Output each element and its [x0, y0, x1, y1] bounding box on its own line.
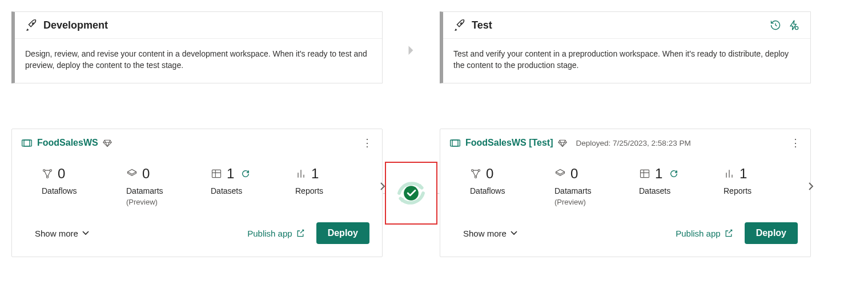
metric-label: Reports [724, 186, 775, 195]
show-more-label: Show more [463, 229, 507, 238]
more-icon[interactable]: ⋮ [361, 137, 373, 149]
svg-rect-10 [451, 140, 460, 146]
workspace-card-dev: FoodSalesWS ⋮ 0 Dataflows [11, 129, 383, 257]
metric-datasets: 1 Datasets [211, 166, 262, 195]
rocket-icon [453, 19, 466, 31]
chevron-right-icon[interactable] [808, 182, 814, 191]
metric-label: Datamarts [554, 186, 606, 195]
metric-reports: 1 Reports [724, 166, 775, 195]
stage-title: Development [43, 19, 372, 31]
stage-header-development: Development Design, review, and revise y… [11, 11, 383, 83]
metric-reports: 1 Reports [295, 166, 347, 195]
stage-description: Test and verify your content in a prepro… [443, 39, 810, 83]
svg-point-14 [475, 176, 476, 178]
metric-label: Datasets [211, 186, 262, 195]
svg-rect-3 [22, 140, 32, 146]
stage-description: Design, review, and revise your content … [15, 39, 382, 83]
metric-value: 1 [740, 166, 747, 182]
svg-point-1 [461, 23, 462, 24]
svg-point-12 [472, 170, 473, 171]
open-new-window-icon [296, 229, 305, 238]
metric-label: Datasets [639, 186, 690, 195]
metric-datamarts: 0 Datamarts (Preview) [554, 166, 606, 206]
datamart-icon [554, 168, 566, 179]
open-new-window-icon [724, 229, 733, 238]
svg-point-5 [43, 170, 45, 171]
dataflow-icon [470, 168, 481, 179]
svg-point-9 [404, 186, 419, 201]
workspace-name[interactable]: FoodSalesWS [37, 138, 98, 148]
show-more-button[interactable]: Show more [35, 229, 90, 238]
metric-label: Reports [295, 186, 347, 195]
svg-rect-15 [641, 170, 649, 177]
workspace-icon [449, 138, 461, 147]
publish-app-label: Publish app [676, 229, 720, 238]
show-more-button[interactable]: Show more [463, 229, 518, 238]
stage-header-test: Test Test and verify your content in a p… [440, 11, 811, 83]
svg-rect-4 [24, 140, 30, 146]
dataset-icon [639, 168, 650, 179]
diamond-icon [103, 138, 112, 147]
metric-dataflows: 0 Dataflows [470, 166, 521, 195]
report-icon [295, 168, 307, 179]
deploy-button[interactable]: Deploy [745, 222, 798, 244]
workspace-icon [21, 138, 33, 147]
svg-rect-8 [212, 170, 221, 177]
metric-datasets: 1 Datasets [639, 166, 690, 195]
metric-label: Dataflows [470, 186, 521, 195]
svg-rect-11 [452, 140, 458, 146]
chevron-down-icon [510, 230, 518, 236]
refresh-icon[interactable] [669, 169, 678, 178]
metric-sublabel: (Preview) [554, 198, 606, 206]
svg-point-2 [795, 26, 798, 29]
lightning-settings-icon[interactable] [787, 19, 800, 31]
publish-app-button[interactable]: Publish app [676, 229, 733, 238]
more-icon[interactable]: ⋮ [790, 137, 801, 149]
report-icon [724, 168, 735, 179]
svg-point-6 [50, 170, 51, 171]
metric-value: 0 [58, 166, 65, 182]
workspace-name[interactable]: FoodSalesWS [Test] [465, 138, 553, 148]
svg-point-13 [478, 170, 480, 171]
deploy-button[interactable]: Deploy [316, 222, 369, 244]
workspace-card-test: FoodSalesWS [Test] Deployed: 7/25/2023, … [440, 129, 811, 257]
history-icon[interactable] [769, 19, 782, 31]
publish-app-button[interactable]: Publish app [247, 229, 304, 238]
publish-app-label: Publish app [247, 229, 292, 238]
diamond-icon [558, 138, 567, 147]
refresh-icon[interactable] [241, 169, 250, 178]
metric-value: 1 [655, 166, 662, 182]
metric-value: 0 [142, 166, 150, 182]
metric-sublabel: (Preview) [126, 198, 178, 206]
svg-point-0 [33, 23, 34, 24]
metric-label: Datamarts [126, 186, 178, 195]
stage-title: Test [472, 19, 763, 31]
show-more-label: Show more [35, 229, 78, 238]
metric-value: 0 [570, 166, 578, 182]
dataflow-icon [42, 168, 53, 179]
datamart-icon [126, 168, 138, 179]
rocket-icon [25, 19, 38, 31]
metric-dataflows: 0 Dataflows [42, 166, 93, 195]
deployed-timestamp: Deployed: 7/25/2023, 2:58:23 PM [576, 139, 691, 147]
metric-value: 0 [486, 166, 493, 182]
metric-datamarts: 0 Datamarts (Preview) [126, 166, 178, 206]
chevron-down-icon [82, 230, 90, 236]
dataset-icon [211, 168, 222, 179]
metric-value: 1 [311, 166, 319, 182]
metric-label: Dataflows [42, 186, 93, 195]
metric-value: 1 [227, 166, 234, 182]
chevron-right-icon [407, 45, 415, 55]
svg-point-7 [46, 176, 48, 178]
compare-status-highlighted [385, 162, 437, 225]
